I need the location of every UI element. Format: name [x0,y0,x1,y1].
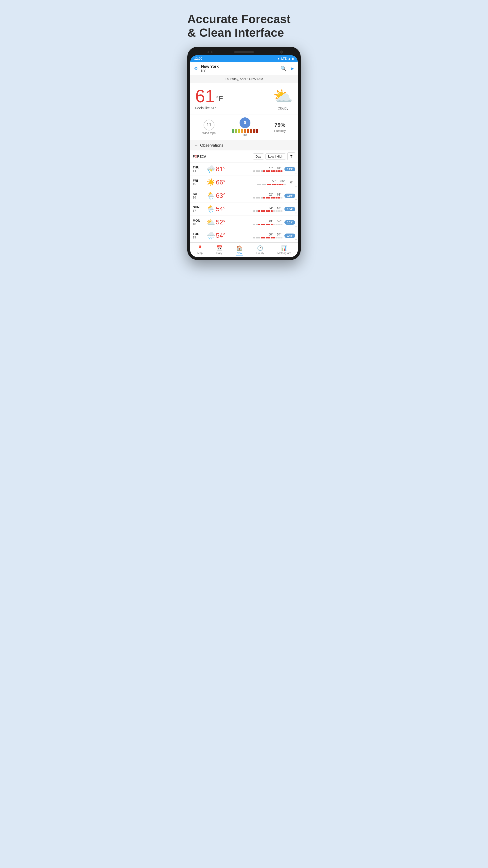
search-button[interactable]: 🔍 [281,66,287,71]
bar-filler [278,210,280,212]
day-col: THU 14 [193,165,205,173]
bar-red [278,170,280,172]
nav-item-now[interactable]: 🏠 Now [236,245,243,255]
temp-range-col: 52° 63° [231,193,283,198]
bar-red [263,197,265,198]
day-col: SAT 16 [193,192,205,199]
nav-icon: 📊 [281,245,287,251]
low-temp: 43° [269,219,273,223]
bar-red [258,210,260,212]
precip-badge: 0.10" [285,193,295,198]
bar-red [268,197,270,198]
bar-filler [281,210,283,212]
day-temp: 52° [216,218,231,226]
high-temp: 54° [277,206,282,210]
precip-badge: 0.03" [285,220,295,225]
bar-filler [275,224,278,225]
nav-item-hourly[interactable]: 🕐 Hourly [256,245,264,255]
temp-bar [231,237,283,239]
nav-label: Meteogram [277,251,291,254]
bar-filler [281,197,283,198]
state-name: NY [201,69,281,72]
bar-red [266,210,268,212]
uv-label: UV [232,134,258,137]
wind-stat: 11 Wind mph [202,120,216,135]
settings-button[interactable]: ⚙ [194,66,198,71]
row-expand-icon: ▼ [295,185,297,188]
humidity-value: 79% [274,122,286,128]
forecast-row[interactable]: MON 18 ⛅ 52° 43° 52° 0.03" ▼ [190,216,298,229]
forecast-row[interactable]: FRI 15 ☀️ 66° 50° 66° 0" ▼ [190,176,298,189]
bar-gray [253,170,255,172]
forecast-row[interactable]: SUN 17 🌦️ 54° 43° 54° 0.04" ▼ [190,203,298,216]
forecast-row[interactable]: TUE 19 🌧️ 54° 50° 54° 0.48" ▼ [190,229,298,242]
bar-red [271,210,272,212]
precip-zero: 0" [288,181,295,184]
bar-gray [253,210,255,212]
location-info: New York NY [201,64,281,72]
uv-bar [232,129,258,133]
day-num: 15 [193,183,205,186]
umbrella-col: ☂ [287,152,295,160]
bar-red [271,184,273,185]
bar-red [268,237,270,239]
bar-gray [258,237,260,239]
bar-red [268,224,270,225]
temp-range-col: 57° 81° [231,166,283,172]
bar-red [273,170,275,172]
bar-gray [264,184,266,185]
row-expand-icon: ▼ [295,172,297,175]
bar-red [263,224,265,225]
nav-label: Hourly [256,251,264,254]
feels-like: Feels like 61° [195,106,273,110]
observations-nav: ← Observations [190,140,298,150]
bar-red [275,197,278,198]
foreca-logo: FORECA [193,155,206,158]
bar-red [266,237,268,239]
bar-filler [278,237,280,239]
bar-red [268,170,270,172]
phone-shell: 12:00 ▼ LTE ▲ ▮ ⚙ New York NY 🔍 ➤ [187,47,301,260]
uv-value: 0 [244,121,246,125]
low-temp: 52° [269,193,273,196]
dot-1 [207,51,209,53]
day-col: SUN 17 [193,206,205,213]
forecast-row[interactable]: THU 14 ⛈️ 81° 57° 81° 0.19" ▼ [190,162,298,176]
day-temp: 54° [216,205,231,213]
nav-icon: 📅 [217,245,223,251]
date-text: Thursday, April 14 3:50 AM [225,77,263,81]
day-col-label: Day [253,153,264,159]
bar-red [279,184,281,185]
nav-item-map[interactable]: 📍 Map [197,245,203,255]
day-temp: 63° [216,192,231,199]
temp-range-col: 50° 54° [231,233,283,239]
forecast-row[interactable]: SAT 16 🌦️ 63° 52° 63° 0.10" ▼ [190,189,298,203]
bar-red [266,170,268,172]
nav-icon: 📍 [197,245,203,251]
temp-bar [231,170,283,172]
bar-filler [284,184,286,185]
row-expand-icon: ▼ [295,198,297,201]
navigate-button[interactable]: ➤ [290,66,294,71]
day-name: MON [193,219,205,222]
row-expand-icon: ▼ [295,225,297,228]
umbrella-icon: ☂ [290,154,293,159]
precip-badge: 0.19" [285,167,295,172]
nav-item-daily[interactable]: 📅 Daily [217,245,223,255]
day-num: 18 [193,222,205,226]
status-bar: 12:00 ▼ LTE ▲ ▮ [190,55,298,62]
nav-item-meteogram[interactable]: 📊 Meteogram [277,245,291,255]
obs-title: Observations [200,143,223,148]
temp-range-col: 43° 54° [231,206,283,212]
bar-filler [281,237,283,239]
bar-filler [275,237,278,239]
obs-back-button[interactable]: ← [194,143,198,148]
range-col-label: Low | High [265,153,286,159]
temp-bar [231,210,283,212]
condition-section: ⛅ Cloudy [273,87,293,110]
bar-red [271,170,272,172]
precip-badge: 0.04" [285,207,295,211]
low-temp: 57° [269,166,273,169]
wind-label: Wind mph [202,131,216,135]
forecast-icon: 🌦️ [205,205,216,213]
